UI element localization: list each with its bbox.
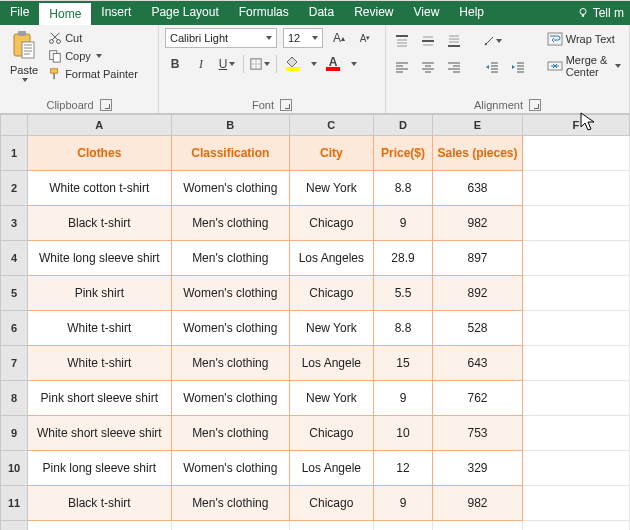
cell-D1[interactable]: Price($) — [373, 136, 433, 171]
tab-view[interactable]: View — [404, 1, 450, 25]
cell-C9[interactable]: Chicago — [290, 416, 374, 451]
align-top-button[interactable] — [392, 31, 412, 51]
clipboard-dialog-launcher[interactable] — [100, 99, 112, 111]
paste-button[interactable]: Paste — [6, 28, 42, 84]
row-header-11[interactable]: 11 — [1, 486, 28, 521]
spreadsheet-grid[interactable]: ABCDEF1ClothesClassificationCityPrice($)… — [0, 114, 630, 530]
cell-C2[interactable]: New York — [290, 171, 374, 206]
column-header-A[interactable]: A — [28, 115, 171, 136]
cell-C11[interactable]: Chicago — [290, 486, 374, 521]
cell-E4[interactable]: 897 — [433, 241, 522, 276]
cell-E12[interactable] — [433, 521, 522, 531]
cell-A6[interactable]: White t-shirt — [28, 311, 171, 346]
cell-D4[interactable]: 28.9 — [373, 241, 433, 276]
cell-F1[interactable] — [522, 136, 629, 171]
cell-A7[interactable]: White t-shirt — [28, 346, 171, 381]
cell-D2[interactable]: 8.8 — [373, 171, 433, 206]
decrease-indent-button[interactable] — [482, 57, 502, 77]
cell-F10[interactable] — [522, 451, 629, 486]
cell-B5[interactable]: Women's clothing — [171, 276, 290, 311]
cell-C7[interactable]: Los Angele — [290, 346, 374, 381]
tab-review[interactable]: Review — [344, 1, 403, 25]
column-header-F[interactable]: F — [522, 115, 629, 136]
cell-B7[interactable]: Men's clothing — [171, 346, 290, 381]
cell-C1[interactable]: City — [290, 136, 374, 171]
column-header-B[interactable]: B — [171, 115, 290, 136]
font-dialog-launcher[interactable] — [280, 99, 292, 111]
tab-page-layout[interactable]: Page Layout — [141, 1, 228, 25]
cell-F3[interactable] — [522, 206, 629, 241]
cell-E11[interactable]: 982 — [433, 486, 522, 521]
cell-D11[interactable]: 9 — [373, 486, 433, 521]
bold-button[interactable]: B — [165, 54, 185, 74]
chevron-down-icon[interactable] — [311, 62, 317, 66]
tab-home[interactable]: Home — [39, 1, 91, 25]
cell-E7[interactable]: 643 — [433, 346, 522, 381]
cell-B6[interactable]: Women's clothing — [171, 311, 290, 346]
format-painter-button[interactable]: Format Painter — [46, 66, 140, 82]
row-header-6[interactable]: 6 — [1, 311, 28, 346]
cell-F12[interactable] — [522, 521, 629, 531]
cell-C6[interactable]: New York — [290, 311, 374, 346]
font-size-select[interactable]: 12 — [283, 28, 323, 48]
cell-F11[interactable] — [522, 486, 629, 521]
align-middle-button[interactable] — [418, 31, 438, 51]
borders-button[interactable] — [250, 54, 270, 74]
cell-C5[interactable]: Chicago — [290, 276, 374, 311]
cell-D8[interactable]: 9 — [373, 381, 433, 416]
cell-A11[interactable]: Black t-shirt — [28, 486, 171, 521]
cell-C8[interactable]: New York — [290, 381, 374, 416]
cell-D7[interactable]: 15 — [373, 346, 433, 381]
row-header-4[interactable]: 4 — [1, 241, 28, 276]
chevron-down-icon[interactable] — [351, 62, 357, 66]
cell-D9[interactable]: 10 — [373, 416, 433, 451]
cut-button[interactable]: Cut — [46, 30, 140, 46]
cell-A9[interactable]: White short sleeve shirt — [28, 416, 171, 451]
alignment-dialog-launcher[interactable] — [529, 99, 541, 111]
cell-E5[interactable]: 892 — [433, 276, 522, 311]
cell-E3[interactable]: 982 — [433, 206, 522, 241]
cell-F2[interactable] — [522, 171, 629, 206]
select-all-cell[interactable] — [1, 115, 28, 136]
align-bottom-button[interactable] — [444, 31, 464, 51]
row-header-3[interactable]: 3 — [1, 206, 28, 241]
cell-D6[interactable]: 8.8 — [373, 311, 433, 346]
cell-D12[interactable] — [373, 521, 433, 531]
font-name-select[interactable]: Calibri Light — [165, 28, 277, 48]
cell-C4[interactable]: Los Angeles — [290, 241, 374, 276]
cell-D5[interactable]: 5.5 — [373, 276, 433, 311]
tab-data[interactable]: Data — [299, 1, 344, 25]
cell-A10[interactable]: Pink long sleeve shirt — [28, 451, 171, 486]
italic-button[interactable]: I — [191, 54, 211, 74]
cell-A3[interactable]: Black t-shirt — [28, 206, 171, 241]
tab-insert[interactable]: Insert — [91, 1, 141, 25]
cell-A2[interactable]: White cotton t-shirt — [28, 171, 171, 206]
row-header-2[interactable]: 2 — [1, 171, 28, 206]
cell-B1[interactable]: Classification — [171, 136, 290, 171]
cell-F9[interactable] — [522, 416, 629, 451]
cell-E10[interactable]: 329 — [433, 451, 522, 486]
font-color-button[interactable]: A — [323, 54, 343, 74]
row-header-1[interactable]: 1 — [1, 136, 28, 171]
column-header-D[interactable]: D — [373, 115, 433, 136]
cell-B9[interactable]: Men's clothing — [171, 416, 290, 451]
cell-F7[interactable] — [522, 346, 629, 381]
decrease-font-button[interactable]: A▾ — [355, 28, 375, 48]
cell-B11[interactable]: Men's clothing — [171, 486, 290, 521]
cell-F6[interactable] — [522, 311, 629, 346]
tab-formulas[interactable]: Formulas — [229, 1, 299, 25]
align-center-button[interactable] — [418, 57, 438, 77]
orientation-button[interactable] — [482, 31, 502, 51]
tab-file[interactable]: File — [0, 1, 39, 25]
merge-center-button[interactable]: Merge & Center — [545, 53, 623, 79]
row-header-9[interactable]: 9 — [1, 416, 28, 451]
cell-B2[interactable]: Women's clothing — [171, 171, 290, 206]
cell-C3[interactable]: Chicago — [290, 206, 374, 241]
row-header-12[interactable]: 12 — [1, 521, 28, 531]
fill-color-button[interactable] — [283, 54, 303, 74]
underline-button[interactable]: U — [217, 54, 237, 74]
cell-C12[interactable] — [290, 521, 374, 531]
cell-F5[interactable] — [522, 276, 629, 311]
cell-F8[interactable] — [522, 381, 629, 416]
cell-B10[interactable]: Women's clothing — [171, 451, 290, 486]
